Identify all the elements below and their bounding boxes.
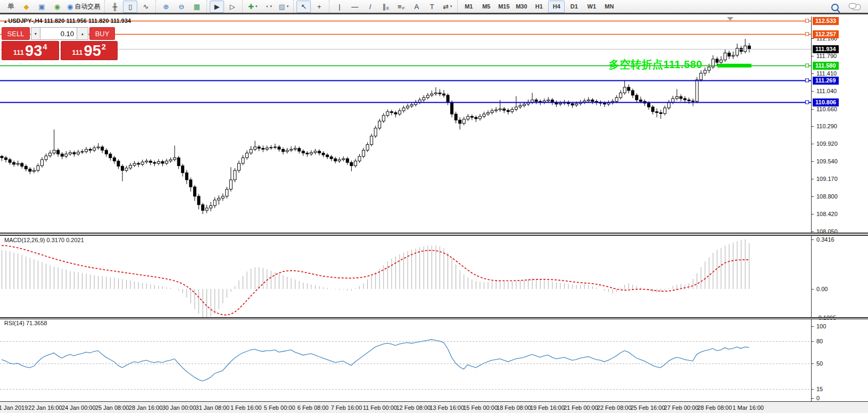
time-label: 21 Jan 2019 [0, 404, 28, 411]
candlestick-chart-icon[interactable]: ▯ [123, 1, 137, 13]
scroll-to-end-marker[interactable] [727, 17, 733, 21]
buy-price-tile[interactable]: 111 95 2 [61, 41, 118, 60]
time-label: 31 Jan 08:00 [196, 404, 230, 411]
price-tick-mark [812, 73, 814, 74]
charts-window-icon[interactable]: ▣ [35, 1, 49, 13]
price-tick-mark [812, 126, 814, 127]
tf-mn[interactable]: MN [601, 1, 617, 13]
time-label: 25 Jan 08:00 [95, 404, 129, 411]
price-badge-111.580: 111.580 [813, 62, 839, 70]
chart-title-text: USDJPY-,H4 111.820 111.956 111.820 111.9… [9, 18, 131, 24]
time-label: 28 Feb 08:00 [697, 404, 732, 411]
buy-button[interactable]: BUY [89, 27, 115, 40]
time-label: 24 Jan 00:00 [62, 404, 96, 411]
text-icon[interactable]: A [409, 1, 424, 13]
scroll-group: ▶▷ [206, 0, 242, 13]
indicators-icon[interactable]: ✚▾ [245, 1, 260, 13]
main-toolbar: 单◆▣◉◉自动交易╫▯∿⊕⊖▦▶▷✚▾◔▾▧▾↖+|—/∥E≡FAT⇄▾M1M5… [0, 0, 868, 14]
chart-shift-icon[interactable]: ▷ [225, 1, 239, 13]
trendline-icon[interactable]: / [363, 1, 377, 13]
panel-separator-macd[interactable] [0, 233, 868, 236]
toolbar-right [827, 0, 864, 14]
fibonacci-icon[interactable]: ≡F [394, 1, 408, 13]
volume-decrease-button[interactable]: ▼ [31, 27, 40, 40]
rsi-tick-mark [812, 326, 814, 327]
rsi-tick-mark [812, 341, 814, 342]
price-tick-mark [812, 161, 814, 162]
price-tick-mark [812, 38, 814, 39]
macd-tick-mark [812, 239, 814, 240]
tf-m15[interactable]: M15 [495, 1, 512, 13]
tf-m1[interactable]: M1 [460, 1, 477, 13]
macd-label: MACD(12,26,9) 0.3170 0.2021 [4, 237, 84, 243]
volume-input[interactable]: 0.10 [40, 27, 77, 40]
search-icon[interactable] [828, 1, 842, 13]
chart-type-group: ╫▯∿ [104, 0, 155, 13]
signals-icon[interactable]: ◉ [50, 1, 64, 13]
rsi-tick-mark [812, 398, 814, 399]
arrows-icon[interactable]: ⇄▾ [440, 1, 454, 13]
autoscroll-icon[interactable]: ▶ [210, 1, 224, 13]
tf-d1[interactable]: D1 [566, 1, 582, 13]
price-tick: 111.410 [816, 70, 837, 77]
objects-group: ✚▾◔▾▧▾ [242, 0, 293, 13]
sell-price-tile[interactable]: 111 93 4 [2, 41, 59, 60]
zoom-out-icon[interactable]: ⊖ [174, 1, 188, 13]
sell-price-big: 93 [25, 43, 42, 59]
tf-m30[interactable]: M30 [513, 1, 530, 13]
time-label: 22 Feb 08:00 [597, 404, 632, 411]
periods-icon[interactable]: ◔▾ [261, 1, 275, 13]
time-label: 27 Feb 00:00 [664, 404, 699, 411]
time-label: 21 Feb 00:00 [564, 404, 598, 411]
price-tick-mark [812, 109, 814, 110]
pivot-annotation[interactable]: 多空转折点111.580 [563, 57, 702, 72]
volume-increase-button[interactable]: ▲ [77, 27, 88, 40]
price-tick: 110.290 [816, 123, 837, 129]
time-label: 11 Feb 00:00 [363, 404, 397, 411]
sell-price-sup: 4 [43, 42, 47, 51]
zoom-in-icon[interactable]: ⊕ [159, 1, 173, 13]
autotrading-button[interactable]: ◉自动交易 [65, 1, 102, 13]
buy-price-big: 95 [84, 43, 101, 59]
one-click-trade-panel: SELL ▼ 0.10 ▲ BUY 111 93 4 111 95 2 [2, 27, 118, 60]
horizontal-line-icon[interactable]: — [348, 1, 362, 13]
tf-h4[interactable]: H4 [548, 1, 565, 13]
rsi-tick-mark [812, 364, 814, 364]
cursor-icon[interactable]: ↖ [296, 1, 311, 13]
time-axis[interactable]: 21 Jan 201922 Jan 16:0024 Jan 00:0025 Ja… [0, 401, 868, 413]
main-chart-canvas[interactable] [0, 16, 811, 233]
time-label: 5 Feb 00:00 [264, 404, 295, 411]
price-tick: 109.540 [816, 158, 838, 164]
profile-icon[interactable]: ◆ [19, 1, 34, 13]
price-tick: 108.420 [816, 211, 838, 217]
tf-m5[interactable]: M5 [478, 1, 494, 13]
time-label: 6 Feb 08:00 [297, 404, 329, 411]
tf-h1[interactable]: H1 [531, 1, 547, 13]
trade-group: 单◆▣◉◉自动交易 [1, 0, 104, 13]
time-label: 25 Feb 16:00 [631, 404, 665, 411]
sell-button[interactable]: SELL [2, 27, 30, 40]
zoom-group: ⊕⊖▦ [155, 0, 206, 13]
timeframes-group: M1M5M15M30H1H4D1W1MN [457, 0, 620, 13]
rsi-tick: 15 [816, 386, 823, 392]
chat-icon[interactable] [849, 1, 863, 13]
new-order-button[interactable]: 单 [4, 1, 18, 13]
price-tick-mark [812, 179, 814, 179]
tile-windows-icon[interactable]: ▦ [189, 1, 204, 13]
rsi-panel-canvas[interactable] [0, 319, 811, 401]
price-tick: 111.040 [816, 88, 837, 94]
line-chart-icon[interactable]: ∿ [138, 1, 153, 13]
price-tick-mark [812, 214, 814, 214]
crosshair-icon[interactable]: + [312, 1, 326, 13]
text-label-icon[interactable]: T [425, 1, 439, 13]
chart-title: ▴USDJPY-,H4 111.820 111.956 111.820 111.… [4, 18, 131, 24]
macd-panel-canvas[interactable] [0, 236, 811, 318]
price-axis[interactable]: 112.160111.790111.410111.040110.660110.2… [811, 16, 868, 401]
tf-w1[interactable]: W1 [583, 1, 600, 13]
templates-icon[interactable]: ▧▾ [276, 1, 291, 13]
vertical-line-icon[interactable]: | [332, 1, 346, 13]
bar-chart-icon[interactable]: ╫ [108, 1, 122, 13]
panel-separator-rsi[interactable] [0, 317, 868, 319]
equidistant-channel-icon[interactable]: ∥E [378, 1, 393, 13]
time-label: 30 Jan 00:00 [162, 404, 196, 411]
